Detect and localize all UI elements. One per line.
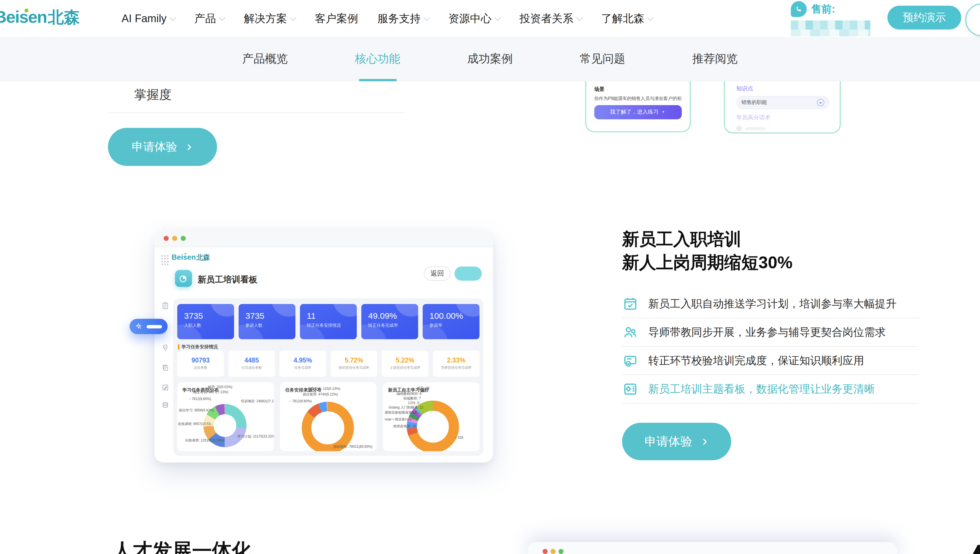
chart-label: 前端教程: 7 bbox=[403, 396, 421, 401]
scenario-description: 你作为P9能源车的销售人员与潜在客户的初次接 bbox=[594, 96, 682, 102]
lightbulb-icon[interactable] bbox=[161, 344, 169, 354]
apply-trial-button-right[interactable]: 申请体验 bbox=[622, 423, 731, 460]
page: Beisen 北森 AI Family 产品 解决方案 客户案例 服务支持 资源… bbox=[0, 0, 980, 554]
dashboard-title: 新员工培训看板 bbox=[198, 274, 257, 285]
chart-label: 岗位学习: 8556(9.42%) bbox=[179, 409, 214, 412]
scenario-title: 场景 bbox=[594, 86, 682, 93]
nav-item-resources[interactable]: 资源中心 bbox=[448, 11, 500, 26]
kpi-card: 100.00%参训率 bbox=[423, 304, 479, 339]
nav-item-customer-cases[interactable]: 客户案例 bbox=[315, 11, 358, 26]
beisen-logo[interactable]: Beisen 北森 bbox=[0, 7, 80, 29]
dashboard-beisen-logo: Beisen 北森 bbox=[172, 253, 210, 263]
phone-icon bbox=[791, 1, 807, 17]
logo-green-dot-icon bbox=[24, 8, 29, 13]
window-body: Beisen 北森 新员工培训看板 返回 bbox=[154, 247, 493, 463]
top-navbar: Beisen 北森 AI Family 产品 解决方案 客户案例 服务支持 资源… bbox=[0, 0, 980, 37]
edit-pen-icon[interactable] bbox=[161, 384, 169, 394]
nav-item-ai-family[interactable]: AI Family bbox=[122, 12, 175, 25]
tab-product-overview[interactable]: 产品概览 bbox=[242, 37, 288, 81]
traffic-light-red-icon bbox=[164, 236, 169, 241]
task-stat-card: 2.33%导师安排任务完成率 bbox=[433, 350, 479, 377]
traffic-light-yellow-icon bbox=[172, 236, 177, 241]
logo-green-dot-icon bbox=[185, 253, 186, 255]
knowledge-subtitle: 学员高分话术 bbox=[736, 114, 829, 122]
enter-practice-button[interactable]: 我了解了，进入练习 bbox=[594, 105, 682, 119]
mentor-users-icon bbox=[622, 325, 638, 340]
blurred-phone-number bbox=[791, 21, 870, 30]
faded-audio-row bbox=[736, 124, 829, 132]
next-section-window-peek bbox=[528, 542, 897, 554]
task-section-header: 学习任务安排情况 bbox=[178, 344, 218, 350]
feature-row-dashboard[interactable]: 新员工培训主题看板，数据化管理让业务更清晰 bbox=[622, 375, 919, 403]
chevron-down-icon bbox=[576, 14, 583, 21]
knowledge-title: 知识点 bbox=[736, 85, 829, 92]
corner-artifact bbox=[971, 545, 980, 554]
database-icon[interactable] bbox=[161, 401, 169, 411]
chevron-right-icon bbox=[185, 143, 193, 151]
donut-chart-task-sources: 任务安排来源分布 组织安排: 78021(85.93%)-: 7812(8.60… bbox=[280, 382, 377, 451]
nav-item-products[interactable]: 产品 bbox=[194, 11, 224, 26]
chart-label: 培训项目: 24682(27.18%) bbox=[241, 400, 274, 403]
feature-row-auto-push[interactable]: 新员工入职自动推送学习计划，培训参与率大幅提升 bbox=[622, 290, 919, 318]
window-titlebar bbox=[154, 230, 493, 247]
feature-row-mentoring[interactable]: 导师带教同步开展，业务参与辅导更契合岗位需求 bbox=[622, 318, 919, 347]
chart-label: 上级安排: 115(0.13%) bbox=[307, 387, 340, 391]
clipboard-icon[interactable] bbox=[161, 302, 169, 312]
chart-label: 其它: 46 bbox=[417, 386, 430, 390]
traffic-light-yellow-icon bbox=[550, 549, 555, 554]
nav-item-solutions[interactable]: 解决方案 bbox=[244, 11, 296, 26]
nav-item-support[interactable]: 服务支持 bbox=[377, 11, 429, 26]
task-stat-card: 5.22%上级安排任务完成率 bbox=[382, 350, 428, 377]
presale-label: 售前: bbox=[811, 2, 835, 16]
traffic-light-red-icon bbox=[542, 549, 548, 554]
nav-item-about-beisen[interactable]: 了解北森 bbox=[601, 11, 653, 26]
heading-line1: 新员工入职培训 bbox=[622, 227, 792, 251]
chevron-down-icon bbox=[219, 14, 226, 21]
back-button[interactable]: 返回 bbox=[424, 266, 450, 281]
chart-label: 岗位推荐: 4740(5.22%) bbox=[303, 393, 338, 396]
pill-bar bbox=[146, 325, 162, 328]
section-tabbar: 产品概览 核心功能 成功案例 常见问题 推荐阅览 bbox=[0, 37, 980, 81]
feature-row-completion-check[interactable]: 转正环节校验培训完成度，保证知识顺利应用 bbox=[622, 347, 919, 375]
knowledge-peek-card: 知识点 销售的职能 学员高分话术 bbox=[724, 81, 841, 134]
play-icon[interactable] bbox=[817, 99, 824, 106]
feature-list: 新员工入职自动推送学习计划，培训参与率大幅提升 导师带教同步开展，业务参与辅导更… bbox=[622, 290, 919, 403]
ai-assistant-floating-button[interactable] bbox=[129, 319, 168, 334]
chevron-down-icon bbox=[495, 14, 501, 21]
kpi-card: 11转正任务安排情况 bbox=[300, 304, 357, 339]
chart-label: Golang 入门到精通: 12 bbox=[388, 406, 423, 410]
copy-documents-icon[interactable] bbox=[161, 364, 169, 374]
chevron-down-icon bbox=[648, 14, 654, 21]
customer-service-floating-button[interactable] bbox=[965, 3, 980, 37]
task-stat-card: 4.95%任务完成率 bbox=[280, 350, 326, 377]
orange-accent-bar bbox=[178, 344, 179, 349]
chart-label: 课程目录权限改造&冒... bbox=[385, 411, 420, 415]
tab-success-cases[interactable]: 成功案例 bbox=[467, 37, 513, 81]
chevron-down-icon bbox=[423, 14, 430, 21]
avatar bbox=[736, 126, 742, 131]
chevron-down-icon bbox=[290, 14, 297, 21]
tab-recommended-reading[interactable]: 推荐阅览 bbox=[692, 37, 738, 81]
previous-section-overflow-text: 掌握度 bbox=[134, 86, 172, 103]
kpi-card: 3735入职人数 bbox=[177, 304, 234, 339]
nav-item-investor-relations[interactable]: 投资者关系 bbox=[519, 11, 582, 26]
chart-label: 辅导: 20(0.02%) bbox=[208, 385, 232, 389]
next-section-heading: 人才发展一体化 bbox=[113, 538, 252, 554]
kpi-card: 49.09%转正任务完成率 bbox=[361, 304, 418, 339]
tab-faq[interactable]: 常见问题 bbox=[580, 37, 625, 81]
dashboard-panel: 3735入职人数 3735参训人数 11转正任务安排情况 49.09%转正任务完… bbox=[173, 298, 484, 456]
primary-action-pill[interactable] bbox=[455, 266, 482, 281]
sparkle-icon bbox=[661, 110, 666, 115]
kpi-card: 3735参训人数 bbox=[239, 304, 296, 339]
knowledge-item[interactable]: 销售的职能 bbox=[736, 96, 829, 109]
dashboard-gear-icon bbox=[622, 381, 638, 396]
chart-label: 他强自他强: 19 bbox=[393, 425, 416, 428]
chart-label: rstar一级目录rstar一... bbox=[385, 418, 418, 422]
logo-text-en: Beisen bbox=[0, 7, 47, 27]
chart-label: -: 7812(8.60%) bbox=[189, 397, 211, 401]
divider bbox=[108, 113, 405, 113]
apply-trial-button-left[interactable]: 申请体验 bbox=[108, 128, 217, 166]
book-demo-button[interactable]: 预约演示 bbox=[888, 6, 961, 30]
tab-core-features[interactable]: 核心功能 bbox=[355, 37, 400, 81]
task-stat-card: 4485已完成任务数 bbox=[228, 350, 275, 377]
